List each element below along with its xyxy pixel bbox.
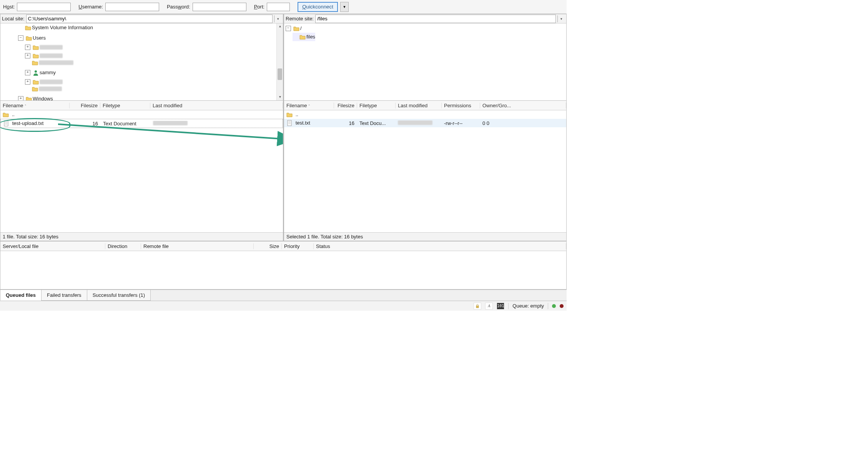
redacted-text	[40, 45, 63, 50]
column-remote-file[interactable]: Remote file	[141, 243, 254, 249]
chevron-down-icon: ▼	[343, 5, 346, 9]
column-filetype[interactable]: Filetype	[357, 103, 396, 108]
local-tree-scrollbar[interactable]: ▴ ▾	[276, 23, 283, 100]
port-input[interactable]	[267, 3, 290, 11]
key-auth-icon[interactable]: A	[485, 303, 493, 310]
redacted-text	[40, 53, 63, 58]
tab-successful-transfers[interactable]: Successful transfers (1)	[87, 290, 151, 301]
lock-icon[interactable]	[474, 303, 481, 310]
text-file-icon	[3, 120, 9, 126]
tree-item-blurred[interactable]	[25, 86, 62, 92]
column-direction[interactable]: Direction	[105, 243, 141, 249]
tree-item-blurred[interactable]: +	[25, 53, 63, 58]
column-owner-group[interactable]: Owner/Gro...	[480, 103, 566, 108]
remote-file-list: Filename˄ Filesize Filetype Last modifie…	[284, 101, 566, 241]
queue-header: Server/Local file Direction Remote file …	[0, 241, 566, 251]
remote-status-bar: Selected 1 file. Total size: 16 bytes	[284, 232, 566, 241]
remote-list-header: Filename˄ Filesize Filetype Last modifie…	[284, 101, 566, 110]
host-label: Host:	[3, 4, 15, 10]
remote-site-path-input[interactable]	[315, 15, 556, 23]
password-input[interactable]	[193, 3, 246, 11]
queue-body[interactable]	[0, 251, 566, 289]
file-row-test-upload[interactable]: test-upload.txt 16 Text Document	[0, 119, 283, 128]
column-permissions[interactable]: Permissions	[442, 103, 480, 108]
tree-expander-plus[interactable]: +	[18, 96, 23, 101]
scroll-thumb[interactable]	[277, 30, 283, 94]
remote-directory-tree[interactable]: − / files	[284, 23, 566, 101]
main-split: Local site: ▾ System Volume Information …	[0, 14, 567, 241]
column-filesize[interactable]: Filesize	[70, 103, 100, 108]
sort-ascending-icon: ˄	[308, 104, 310, 108]
folder-icon	[26, 35, 32, 41]
tree-expander-plus[interactable]: +	[25, 53, 30, 58]
column-filetype[interactable]: Filetype	[100, 103, 150, 108]
tree-expander-plus[interactable]: +	[25, 45, 30, 50]
tab-queued-files[interactable]: Queued files	[0, 290, 42, 301]
local-pane: Local site: ▾ System Volume Information …	[0, 14, 283, 241]
column-server-local-file[interactable]: Server/Local file	[0, 243, 105, 249]
folder-icon	[26, 96, 32, 101]
local-site-path-input[interactable]	[26, 15, 273, 23]
tree-item-windows[interactable]: + Windows	[18, 95, 53, 101]
redacted-text	[153, 121, 188, 125]
statusbar: A 101 Queue: empty	[0, 301, 567, 311]
status-dot-red	[560, 304, 564, 308]
statusbar-separator	[508, 303, 509, 309]
column-status[interactable]: Status	[314, 243, 566, 249]
local-site-dropdown[interactable]: ▾	[274, 15, 281, 22]
column-last-modified[interactable]: Last modified	[150, 103, 283, 108]
parent-directory-row[interactable]: ..	[284, 110, 566, 119]
column-last-modified[interactable]: Last modified	[396, 103, 442, 108]
tree-expander-minus[interactable]: −	[18, 35, 23, 41]
column-filesize[interactable]: Filesize	[334, 103, 357, 108]
local-list-header: Filename˄ Filesize Filetype Last modifie…	[0, 101, 283, 110]
tree-item-blurred[interactable]	[25, 60, 73, 65]
remote-site-bar: Remote site: ▾	[284, 14, 566, 23]
quickconnect-button[interactable]: Quickconnect	[298, 2, 338, 12]
tab-failed-transfers[interactable]: Failed transfers	[41, 290, 87, 301]
redacted-text	[398, 120, 432, 125]
svg-rect-1	[4, 121, 8, 126]
tree-expander-minus[interactable]: −	[286, 26, 291, 31]
local-site-label: Local site:	[2, 16, 25, 22]
remote-list-body[interactable]: .. test.txt 16 Text Docu... -rw-r--r--	[284, 110, 566, 232]
local-list-body[interactable]: .. test-upload.txt 16 Text Document	[0, 110, 283, 232]
tree-expander-plus[interactable]: +	[25, 79, 30, 85]
remote-site-dropdown[interactable]: ▾	[557, 15, 565, 22]
redacted-text	[40, 80, 63, 84]
folder-icon	[3, 112, 9, 118]
folder-icon	[33, 45, 39, 50]
folder-icon	[32, 60, 38, 65]
host-input[interactable]	[17, 3, 71, 11]
binary-transfer-icon[interactable]: 101	[497, 303, 504, 310]
transfer-queue: Server/Local file Direction Remote file …	[0, 241, 567, 290]
folder-icon	[299, 34, 306, 40]
tree-item-sammy[interactable]: + sammy	[25, 68, 56, 77]
tree-item-users[interactable]: − Users	[18, 34, 46, 42]
scroll-up-button[interactable]: ▴	[277, 23, 283, 30]
folder-icon	[33, 53, 39, 58]
column-priority[interactable]: Priority	[282, 243, 314, 249]
local-site-bar: Local site: ▾	[0, 14, 283, 23]
svg-point-0	[35, 70, 37, 73]
tree-item-blurred[interactable]: +	[25, 79, 63, 85]
tree-item-blurred[interactable]: +	[25, 45, 63, 50]
redacted-text	[39, 87, 62, 91]
local-status-bar: 1 file. Total size: 16 bytes	[0, 232, 283, 241]
file-row-test-txt[interactable]: test.txt 16 Text Docu... -rw-r--r-- 0 0	[284, 119, 566, 127]
column-size[interactable]: Size	[254, 243, 282, 249]
column-filename[interactable]: Filename˄	[0, 103, 70, 108]
tree-item-system-volume[interactable]: System Volume Information	[25, 23, 93, 32]
remote-site-label: Remote site:	[286, 16, 314, 22]
tree-item-files[interactable]: files	[293, 33, 315, 41]
parent-directory-row[interactable]: ..	[0, 110, 283, 119]
local-directory-tree[interactable]: System Volume Information − Users	[0, 23, 283, 101]
tree-item-root[interactable]: − /	[286, 24, 302, 33]
remote-pane: Remote site: ▾ − /	[283, 14, 567, 241]
queue-tabs: Queued files Failed transfers Successful…	[0, 290, 567, 301]
tree-expander-plus[interactable]: +	[25, 70, 30, 75]
scroll-down-button[interactable]: ▾	[277, 94, 283, 100]
quickconnect-dropdown-button[interactable]: ▼	[340, 2, 349, 12]
column-filename[interactable]: Filename˄	[284, 103, 334, 108]
username-input[interactable]	[105, 3, 159, 11]
